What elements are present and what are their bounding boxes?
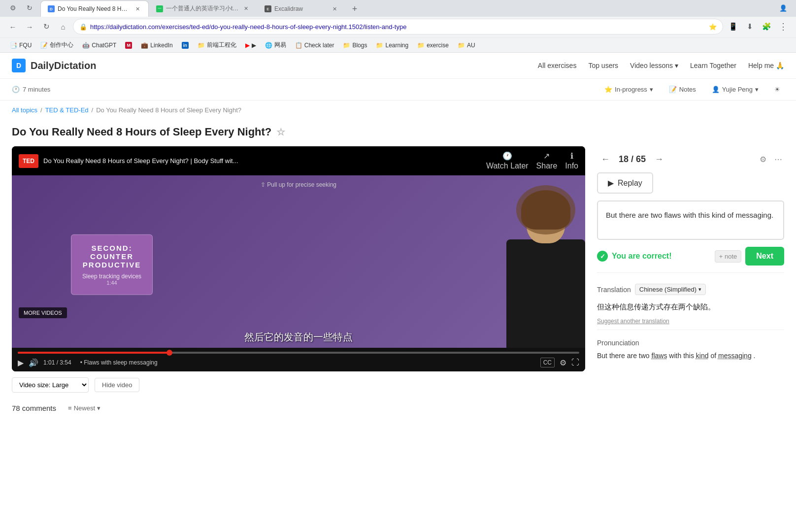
profile-btn[interactable]: 👤 (776, 1, 790, 15)
breadcrumb-category[interactable]: TED & TED-Ed (45, 106, 89, 114)
settings-video-btn[interactable]: ⚙ (560, 358, 566, 367)
hide-video-btn[interactable]: Hide video (95, 378, 139, 392)
pron-word-9: of (710, 352, 716, 360)
left-panel: TED Do You Really Need 8 Hours of Sleep … (12, 146, 585, 418)
notes-btn[interactable]: 📝 Notes (665, 84, 700, 95)
sort-arrow: ▾ (97, 404, 100, 412)
new-tab-btn[interactable]: + (348, 2, 362, 16)
next-exercise-btn[interactable]: Next (745, 247, 784, 266)
translation-row: Translation Chinese (Simplified) ▾ (597, 278, 784, 299)
theme-btn[interactable]: ☀ (770, 84, 784, 95)
divider-1 (597, 272, 784, 273)
sort-dropdown[interactable]: ≡ Newest ▾ (64, 402, 104, 414)
suggest-translation-link[interactable]: Suggest another translation (597, 318, 669, 325)
exercise-more-btn[interactable]: ⋯ (772, 153, 784, 166)
tab-active[interactable]: D Do You Really Need 8 Hours of S... ✕ (40, 0, 149, 17)
share-btn[interactable]: ↗ Share (536, 151, 558, 170)
info-icon: ℹ (570, 151, 573, 161)
more-videos-btn[interactable]: MORE VIDEOS (19, 307, 67, 318)
bookmark-linkedin[interactable]: 💼 LinkedIn (137, 40, 176, 50)
pron-word-8: kind (696, 352, 709, 360)
bookmark-exercise[interactable]: 📁 exercise (413, 40, 453, 50)
bookmark-wangyi-label: 网易 (274, 41, 286, 49)
sort-icon: ≡ (68, 404, 72, 412)
breadcrumb: All topics / TED & TED-Ed / Do You Reall… (0, 100, 796, 120)
nav-settings: ⚙ ⋯ (758, 153, 784, 166)
video-size-select[interactable]: Video size: Large Video size: Small Vide… (12, 377, 89, 393)
download-btn[interactable]: ⬇ (743, 20, 757, 33)
watch-later-btn[interactable]: 🕐 Watch Later (486, 151, 529, 170)
back-btn[interactable]: ← (6, 20, 20, 33)
play-btn[interactable]: ▶ (18, 358, 24, 367)
bookmark-youtube[interactable]: ▶ ▶ (241, 40, 260, 50)
translation-lang-selector[interactable]: Chinese (Simplified) ▾ (635, 284, 706, 295)
bookmark-wangyi[interactable]: 🌐 网易 (261, 39, 290, 51)
tab-close-3[interactable]: ✕ (331, 5, 338, 13)
pron-word-10: messaging (718, 352, 752, 360)
favorite-star-icon[interactable]: ☆ (276, 126, 285, 138)
bookmark-learning[interactable]: 📁 Learning (372, 40, 412, 50)
extensions-btn[interactable]: 🧩 (760, 20, 773, 33)
translation-text: 但这种信息传递方式存在两个缺陷。 (597, 299, 784, 317)
bookmark-checklater[interactable]: 📋 Check later (291, 40, 338, 50)
next-exercise-nav-btn[interactable]: → (651, 152, 667, 166)
address-bar[interactable]: 🔒 https://dailydictation.com/exercises/t… (73, 19, 723, 34)
subtitles-btn[interactable]: CC (540, 358, 555, 367)
progress-bar[interactable] (18, 352, 579, 354)
breadcrumb-sep-1: / (40, 106, 42, 114)
bookmark-frontend[interactable]: 📁 前端工程化 (194, 39, 240, 51)
nav-learn-together[interactable]: Learn Together (690, 62, 736, 69)
video-container: TED Do You Really Need 8 Hours of Sleep … (12, 146, 585, 371)
forward-btn[interactable]: → (23, 20, 36, 33)
nav-top-users[interactable]: Top users (588, 62, 618, 69)
sort-label: Newest (74, 404, 95, 412)
breadcrumb-sep-2: / (92, 106, 94, 114)
bookmark-au[interactable]: 📁 AU (454, 40, 479, 50)
ted-logo: TED (19, 154, 38, 168)
video-card-line3: PRODUCTIVE (82, 261, 141, 269)
breadcrumb-all-topics[interactable]: All topics (12, 106, 37, 114)
tab-close-2[interactable]: ✕ (242, 5, 250, 13)
replay-btn[interactable]: ▶ Replay (597, 172, 653, 194)
bookmark-learning-label: Learning (385, 42, 408, 49)
seek-hint: ⇧ Pull up for precise seeking (261, 181, 336, 188)
fullscreen-ctrl-btn[interactable]: ⛶ (571, 358, 579, 367)
info-btn[interactable]: ℹ Info (565, 151, 578, 170)
nav-all-exercises[interactable]: All exercises (538, 62, 577, 69)
tab-3[interactable]: E Excalidraw ✕ (257, 0, 346, 17)
bookmark-blogs[interactable]: 📁 Blogs (339, 40, 371, 50)
check-icon: ✓ (597, 251, 608, 262)
cast-btn[interactable]: 📱 (726, 20, 740, 33)
reload-btn[interactable]: ↻ (39, 20, 53, 33)
logo-icon: D (12, 59, 26, 72)
tab-close-1[interactable]: ✕ (133, 5, 141, 13)
user-btn[interactable]: 👤 Yujie Peng ▾ (708, 84, 763, 95)
bookmark-gmail[interactable]: M (121, 40, 136, 50)
bookmark-fqu[interactable]: 📑 FQU (6, 40, 35, 50)
home-btn[interactable]: ⌂ (56, 20, 70, 33)
bookmark-chuangzuo[interactable]: 📝 创作中心 (36, 39, 77, 51)
nav-video-lessons[interactable]: Video lessons ▾ (630, 62, 678, 69)
add-note-btn[interactable]: + note (715, 250, 742, 263)
bookmark-au-label: AU (467, 42, 475, 49)
settings-btn[interactable]: ⚙ (6, 1, 20, 15)
header-nav: All exercises Top users Video lessons ▾ … (538, 62, 784, 69)
tab-2[interactable]: 一 一个普通人的英语学习小tip | 从底... ✕ (149, 0, 257, 17)
video-header: TED Do You Really Need 8 Hours of Sleep … (12, 146, 585, 175)
info-label: Info (565, 162, 578, 170)
menu-btn[interactable]: ⋮ (776, 20, 790, 33)
volume-btn[interactable]: 🔊 (29, 358, 38, 367)
notes-icon: 📝 (669, 86, 677, 93)
in-progress-btn[interactable]: ⭐ In-progress ▾ (600, 84, 657, 95)
bookmark-linkedin2[interactable]: in (178, 40, 193, 50)
refresh-tab-btn[interactable]: ↻ (23, 1, 36, 15)
bookmark-chatgpt[interactable]: 🤖 ChatGPT (78, 40, 120, 50)
pron-word-1: But (597, 352, 607, 360)
nav-help[interactable]: Help me 🙏 (748, 62, 784, 69)
prev-exercise-btn[interactable]: ← (597, 152, 614, 166)
share-icon: ↗ (543, 151, 550, 161)
pronunciation-text: But there are two flaws with this kind o… (597, 350, 784, 362)
video-frame[interactable]: ⇧ Pull up for precise seeking SECOND: CO… (12, 175, 585, 348)
exercise-settings-btn[interactable]: ⚙ (758, 153, 768, 166)
tab-favicon-1: D (48, 5, 55, 12)
